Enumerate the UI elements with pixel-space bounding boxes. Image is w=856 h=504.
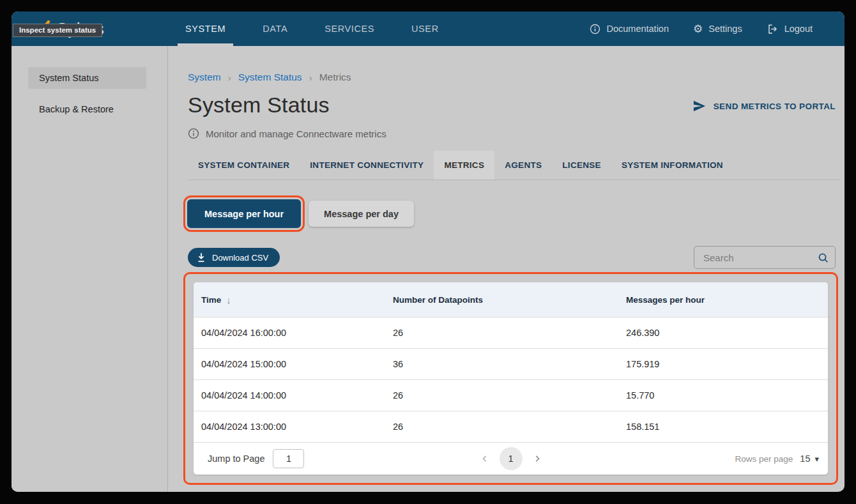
app-window: Cybus SYSTEM DATA SERVICES USER Document… bbox=[11, 11, 845, 492]
highlight-ring-table: Time ↓ Number of Datapoints Messages per… bbox=[183, 272, 838, 485]
cell-datapoints: 36 bbox=[385, 359, 618, 369]
cell-messages: 175.919 bbox=[618, 359, 828, 369]
send-metrics-to-portal-button[interactable]: SEND METRICS TO PORTAL bbox=[692, 100, 836, 112]
settings-button[interactable]: ⚙ Settings bbox=[693, 24, 742, 34]
cell-messages: 158.151 bbox=[618, 422, 828, 432]
breadcrumb-current-metrics: Metrics bbox=[319, 72, 351, 83]
pager: 1 bbox=[478, 447, 544, 470]
section-tabs: SYSTEM CONTAINER INTERNET CONNECTIVITY M… bbox=[188, 151, 839, 180]
metrics-table: Time ↓ Number of Datapoints Messages per… bbox=[194, 282, 828, 475]
breadcrumb: System › System Status › Metrics bbox=[188, 72, 836, 83]
cell-datapoints: 26 bbox=[385, 328, 618, 338]
column-header-datapoints[interactable]: Number of Datapoints bbox=[385, 295, 618, 305]
message-per-day-button[interactable]: Message per day bbox=[309, 201, 414, 227]
download-csv-button[interactable]: Download CSV bbox=[188, 248, 280, 267]
chevron-right-icon: › bbox=[309, 72, 312, 83]
table-toolbar: Download CSV bbox=[188, 246, 836, 269]
download-icon bbox=[196, 252, 206, 263]
main-content: System › System Status › Metrics System … bbox=[168, 46, 845, 492]
search-input[interactable] bbox=[702, 252, 818, 264]
topbar-actions: Documentation ⚙ Settings Logout bbox=[590, 11, 845, 46]
cell-datapoints: 26 bbox=[385, 422, 618, 432]
info-icon bbox=[590, 24, 600, 34]
message-per-hour-button[interactable]: Message per hour bbox=[187, 199, 301, 228]
search-icon[interactable] bbox=[818, 252, 829, 263]
table-row: 04/04/2024 14:00:00 26 15.770 bbox=[194, 379, 828, 411]
tab-metrics[interactable]: METRICS bbox=[434, 151, 494, 179]
page-subtitle: Monitor and manage Connectware metrics bbox=[188, 128, 836, 139]
column-header-time[interactable]: Time ↓ bbox=[194, 294, 385, 305]
breadcrumb-link-system-status[interactable]: System Status bbox=[238, 72, 302, 83]
tab-agents[interactable]: AGENTS bbox=[494, 151, 552, 179]
metric-view-toggles: Message per hour Message per day bbox=[188, 195, 836, 232]
sidebar-item-system-status[interactable]: System Status bbox=[28, 67, 146, 89]
nav-tab-data[interactable]: DATA bbox=[255, 11, 295, 46]
logout-button[interactable]: Logout bbox=[767, 23, 813, 35]
nav-tab-services[interactable]: SERVICES bbox=[317, 11, 382, 46]
jump-to-page: Jump to Page bbox=[201, 449, 304, 468]
table-row: 04/04/2024 16:00:00 26 246.390 bbox=[194, 317, 828, 348]
highlight-ring-message-per-hour: Message per hour bbox=[183, 195, 305, 232]
chevron-right-icon: › bbox=[228, 72, 231, 83]
sidebar: System Status Backup & Restore bbox=[11, 46, 168, 492]
cell-time: 04/04/2024 15:00:00 bbox=[194, 359, 385, 369]
cell-time: 04/04/2024 16:00:00 bbox=[194, 328, 385, 338]
primary-nav: SYSTEM DATA SERVICES USER bbox=[178, 11, 447, 46]
sort-descending-icon[interactable]: ↓ bbox=[226, 294, 231, 305]
nav-tab-system[interactable]: SYSTEM bbox=[178, 11, 233, 46]
rows-per-page: Rows per page 15 ▾ bbox=[735, 454, 819, 464]
documentation-button[interactable]: Documentation bbox=[590, 24, 669, 34]
nav-tab-user[interactable]: USER bbox=[404, 11, 447, 46]
cell-messages: 15.770 bbox=[618, 390, 828, 401]
info-icon bbox=[188, 128, 199, 139]
chevron-down-icon: ▾ bbox=[814, 454, 819, 464]
cell-datapoints: 26 bbox=[385, 390, 618, 401]
rows-per-page-dropdown[interactable]: 15 ▾ bbox=[800, 454, 819, 464]
send-icon bbox=[692, 100, 707, 112]
cell-messages: 246.390 bbox=[618, 328, 828, 338]
tab-system-information[interactable]: SYSTEM INFORMATION bbox=[611, 151, 733, 179]
column-header-messages-per-hour[interactable]: Messages per hour bbox=[618, 295, 828, 305]
top-navigation-bar: Cybus SYSTEM DATA SERVICES USER Document… bbox=[11, 11, 845, 46]
page-title: System Status bbox=[188, 93, 330, 118]
search-field bbox=[694, 246, 836, 269]
gear-icon: ⚙ bbox=[693, 24, 703, 34]
tab-internet-connectivity[interactable]: INTERNET CONNECTIVITY bbox=[300, 151, 434, 179]
table-row: 04/04/2024 13:00:00 26 158.151 bbox=[194, 411, 828, 442]
table-row: 04/04/2024 15:00:00 36 175.919 bbox=[194, 348, 828, 379]
next-page-button[interactable] bbox=[531, 452, 544, 465]
cell-time: 04/04/2024 14:00:00 bbox=[194, 390, 385, 401]
logout-icon bbox=[767, 23, 779, 35]
table-footer: Jump to Page 1 Rows per page bbox=[194, 442, 828, 475]
table-header-row: Time ↓ Number of Datapoints Messages per… bbox=[194, 282, 828, 317]
breadcrumb-link-system[interactable]: System bbox=[188, 72, 221, 83]
tab-license[interactable]: LICENSE bbox=[552, 151, 611, 179]
tooltip-inspect-system-status: Inspect system status bbox=[13, 24, 102, 37]
cell-time: 04/04/2024 13:00:00 bbox=[194, 422, 385, 432]
sidebar-item-backup-restore[interactable]: Backup & Restore bbox=[28, 98, 146, 120]
previous-page-button[interactable] bbox=[478, 452, 491, 465]
tab-system-container[interactable]: SYSTEM CONTAINER bbox=[188, 151, 300, 179]
page-number-button[interactable]: 1 bbox=[500, 447, 523, 470]
jump-to-page-input[interactable] bbox=[273, 449, 304, 468]
